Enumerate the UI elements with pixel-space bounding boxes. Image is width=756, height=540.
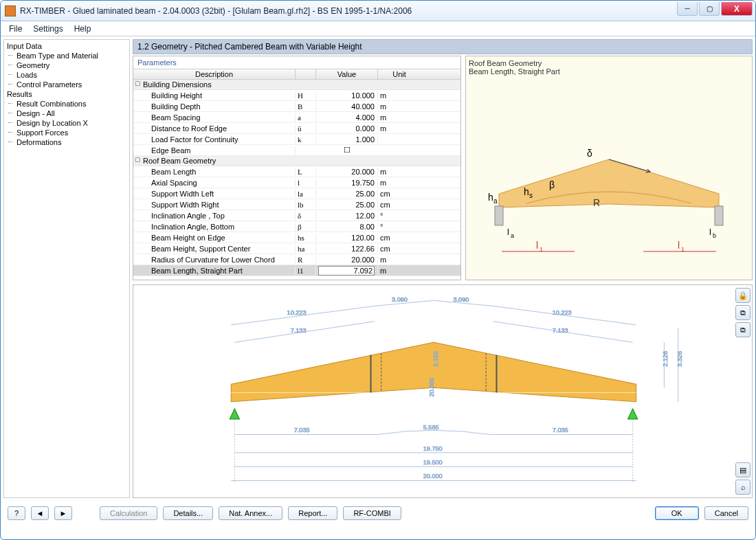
tree-loads[interactable]: Loads (4, 70, 129, 80)
param-body[interactable]: Building Dimensions Building HeightH10.0… (133, 80, 460, 280)
tree-design-loc[interactable]: Design by Location X (4, 118, 129, 128)
ok-button[interactable]: OK (655, 506, 699, 520)
rf-combi-button[interactable]: RF-COMBI (343, 506, 401, 520)
paste-icon[interactable]: ⧉ (735, 322, 751, 337)
svg-text:l: l (536, 240, 538, 251)
svg-text:β: β (549, 179, 555, 190)
param-row[interactable]: Distance to Roof Edgeü0.000m (133, 123, 460, 134)
svg-text:1: 1 (540, 246, 543, 253)
svg-text:19.750: 19.750 (423, 445, 443, 452)
svg-text:s: s (529, 192, 533, 199)
tool-icon[interactable]: ▤ (735, 462, 751, 477)
tree-deform[interactable]: Deformations (4, 137, 129, 147)
param-row[interactable]: Beam Spacinga4.000m (133, 112, 460, 123)
svg-text:19.500: 19.500 (423, 459, 443, 466)
titlebar: RX-TIMBER - Glued laminated beam - 2.04.… (1, 1, 755, 21)
checkbox[interactable]: ☐ (316, 146, 378, 155)
param-row[interactable]: Inclination Angle, Bottomβ8.00° (133, 221, 460, 232)
svg-marker-30 (230, 409, 239, 419)
zoom-icon[interactable]: ⌕ (735, 480, 751, 495)
param-row[interactable]: Load Factor for Continuityk1.000 (133, 134, 460, 145)
param-row[interactable]: Radius of Curvature for Lower ChordR20.0… (133, 254, 460, 265)
param-row[interactable]: Support Width Rightlb25.00cm (133, 199, 460, 210)
footer: ? ◄ ► Calculation Details... Nat. Annex.… (1, 501, 755, 526)
lock-icon[interactable]: 🔒 (735, 288, 751, 303)
tree-control[interactable]: Control Parameters (4, 80, 129, 89)
cancel-button[interactable]: Cancel (704, 506, 748, 520)
menu-file[interactable]: File (3, 23, 27, 35)
param-header: Description Value Unit (133, 69, 460, 80)
calculation-button[interactable]: Calculation (100, 506, 157, 520)
svg-marker-31 (628, 409, 638, 419)
tree-design-all[interactable]: Design - All (4, 109, 129, 118)
tree-geometry[interactable]: Geometry (4, 60, 129, 70)
param-row[interactable]: Inclination Angle , Topδ12.00° (133, 210, 460, 221)
param-row[interactable]: Beam LengthL20.000m (133, 166, 460, 177)
group-roof[interactable]: Roof Beam Geometry (133, 156, 460, 166)
beam-drawing: 10.223 3.090 3.090 10.223 7.133 7.133 2.… (133, 284, 753, 498)
param-row[interactable]: Beam Length, Straight Partl1m (133, 265, 460, 276)
nat-annex-button[interactable]: Nat. Annex... (219, 506, 282, 520)
close-button[interactable]: X (721, 2, 753, 16)
header-value: Value (316, 69, 378, 79)
app-icon (5, 5, 16, 16)
param-row[interactable]: Beam Height, Support Centerha122.66cm (133, 243, 460, 254)
param-row[interactable]: Edge Beam☐ (133, 145, 460, 156)
diagram-line2: Beam Length, Straight Part (469, 67, 749, 76)
param-row[interactable]: Beam Height on Edgehs120.00cm (133, 232, 460, 243)
svg-text:2.152: 2.152 (432, 351, 439, 367)
svg-text:2.126: 2.126 (662, 351, 669, 367)
param-row[interactable]: Axial Spacingl19.750m (133, 177, 460, 188)
maximize-button[interactable]: ▢ (699, 2, 720, 16)
param-row[interactable]: Support Width Leftla25.00cm (133, 188, 460, 199)
svg-text:b: b (713, 232, 716, 239)
svg-text:20.000: 20.000 (423, 473, 443, 480)
menu-help[interactable]: Help (69, 23, 97, 35)
svg-text:20.000: 20.000 (428, 378, 435, 397)
tree-input-data[interactable]: Input Data (4, 41, 129, 51)
parameters-title: Parameters (133, 56, 460, 69)
svg-text:7.035: 7.035 (294, 427, 310, 434)
value-input[interactable] (318, 266, 375, 275)
svg-text:a: a (511, 232, 514, 239)
svg-text:a: a (493, 197, 498, 205)
next-button[interactable]: ► (54, 506, 72, 520)
svg-text:7.035: 7.035 (553, 427, 568, 434)
svg-text:1: 1 (681, 246, 685, 253)
header-unit: Unit (378, 69, 421, 79)
svg-rect-3 (715, 206, 723, 225)
menu-settings[interactable]: Settings (27, 23, 68, 35)
svg-text:10.223: 10.223 (553, 309, 572, 316)
svg-text:l: l (678, 240, 680, 251)
schematic-diagram: Roof Beam Geometry Beam Length, Straight… (465, 56, 753, 280)
group-building[interactable]: Building Dimensions (133, 80, 460, 90)
details-button[interactable]: Details... (163, 506, 213, 520)
copy-icon[interactable]: ⧉ (735, 305, 751, 320)
svg-text:3.090: 3.090 (453, 296, 469, 303)
tree-result-comb[interactable]: Result Combinations (4, 99, 129, 109)
svg-text:3.326: 3.326 (676, 351, 683, 367)
parameters-panel: Parameters Description Value Unit Buildi… (133, 56, 461, 280)
param-row[interactable]: Building HeightH10.000m (133, 90, 460, 101)
svg-text:3.090: 3.090 (392, 296, 408, 303)
svg-text:R: R (593, 197, 600, 208)
svg-text:7.133: 7.133 (553, 327, 568, 334)
window-title: RX-TIMBER - Glued laminated beam - 2.04.… (20, 6, 412, 16)
svg-text:δ: δ (587, 148, 592, 159)
help-button[interactable]: ? (8, 506, 25, 520)
svg-text:h: h (488, 192, 493, 203)
minimize-button[interactable]: ─ (677, 2, 698, 16)
prev-button[interactable]: ◄ (31, 506, 49, 520)
tree-support[interactable]: Support Forces (4, 128, 129, 137)
report-button[interactable]: Report... (288, 506, 337, 520)
diagram-line1: Roof Beam Geometry (469, 59, 749, 67)
drawing-toolbar: 🔒 ⧉ ⧉ ▤ ⌕ (734, 285, 752, 497)
param-row[interactable]: Building DepthB40.000m (133, 101, 460, 112)
tree-beam-type[interactable]: Beam Type and Material (4, 51, 129, 60)
svg-rect-2 (495, 206, 503, 225)
tree-results[interactable]: Results (4, 89, 129, 99)
svg-text:5.585: 5.585 (423, 424, 439, 431)
header-description: Description (133, 69, 296, 79)
svg-marker-0 (499, 159, 719, 207)
nav-tree: Input Data Beam Type and Material Geomet… (3, 39, 130, 498)
